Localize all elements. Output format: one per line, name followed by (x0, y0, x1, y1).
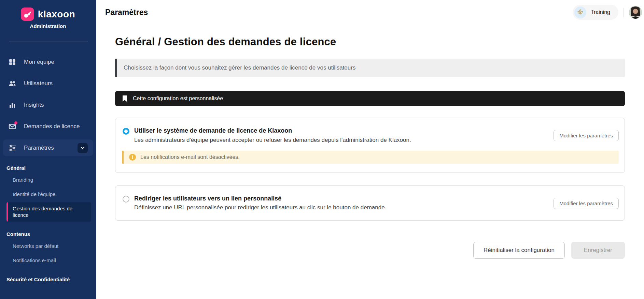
sidebar-item-label: Insights (24, 102, 44, 108)
sidebar-item-label: Mon équipe (24, 59, 54, 65)
section-header-general: Général (6, 165, 90, 171)
main-column: Paramètres Training (96, 0, 644, 299)
radio-klaxoon-system[interactable] (123, 128, 129, 135)
option-card-custom-link: Rediriger les utilisateurs vers un lien … (115, 185, 625, 221)
grid-icon (8, 58, 16, 66)
exclamation-circle-icon: ! (129, 154, 136, 161)
topbar-divider (624, 8, 624, 17)
brand: klaxoon (0, 8, 96, 21)
option-title: Rediriger les utilisateurs vers un lien … (134, 195, 386, 203)
sidebar-item-gestion-demandes-licence[interactable]: Gestion des demandes de licence (6, 202, 91, 222)
radio-custom-link[interactable] (123, 196, 129, 203)
modify-settings-button[interactable]: Modifier les paramètres (554, 198, 619, 209)
collapse-settings-button[interactable] (78, 143, 88, 153)
training-label: Training (591, 9, 610, 15)
sidebar: klaxoon Administration Mon équipe Utilis… (0, 0, 96, 299)
option-title: Utiliser le système de demande de licenc… (134, 127, 411, 135)
sidebar-item-utilisateurs[interactable]: Utilisateurs (3, 75, 93, 92)
save-button[interactable]: Enregistrer (571, 242, 625, 259)
content: Général / Gestion des demandes de licenc… (96, 25, 644, 259)
bar-chart-icon (8, 101, 16, 109)
option-text: Rediriger les utilisateurs vers un lien … (134, 195, 393, 212)
brand-name: klaxoon (38, 9, 75, 20)
info-note: Choisissez la façon dont vous souhaitez … (115, 59, 625, 77)
option-header: Utiliser le système de demande de licenc… (122, 127, 619, 144)
option-header: Rediriger les utilisateurs vers un lien … (122, 195, 619, 212)
page-title: Paramètres (105, 8, 148, 17)
lotus-flower-icon (574, 6, 586, 18)
info-note-text: Choisissez la façon dont vous souhaitez … (124, 64, 355, 71)
sidebar-nav: Mon équipe Utilisateurs Insights (0, 49, 96, 156)
sidebar-divider (9, 42, 88, 42)
sidebar-item-label: Utilisateurs (24, 80, 53, 87)
section-header-contenus: Contenus (6, 231, 90, 237)
option-text: Utiliser le système de demande de licenc… (134, 127, 418, 144)
sidebar-item-label: Paramètres (24, 145, 54, 151)
footer-actions: Réinitialiser la configuration Enregistr… (115, 242, 625, 259)
banner-text: Cette configuration est personnalisée (133, 95, 223, 102)
custom-config-banner: Cette configuration est personnalisée (115, 91, 625, 106)
chevron-down-icon (80, 146, 85, 150)
sidebar-item-identite-equipe[interactable]: Identité de l'équipe (0, 187, 96, 201)
topbar: Paramètres Training (96, 0, 644, 25)
mail-icon (8, 122, 16, 131)
sliders-icon (8, 144, 16, 152)
klaxoon-logo-icon (21, 8, 34, 21)
section-header-securite: Sécurité et Confidentialité (6, 276, 90, 282)
sidebar-item-notifications-email[interactable]: Notifications e-mail (0, 253, 96, 268)
sidebar-item-networks-par-defaut[interactable]: Networks par défaut (0, 239, 96, 253)
users-icon (8, 79, 16, 88)
warning-text: Les notifications e-mail sont désactivée… (140, 154, 240, 160)
option-description: Les administrateurs d'équipe peuvent acc… (134, 136, 411, 144)
modify-settings-button[interactable]: Modifier les paramètres (554, 130, 619, 141)
sidebar-item-branding[interactable]: Branding (0, 173, 96, 187)
user-avatar[interactable] (629, 6, 642, 19)
training-button[interactable]: Training (573, 5, 618, 20)
reset-configuration-button[interactable]: Réinitialiser la configuration (473, 242, 565, 259)
sidebar-item-insights[interactable]: Insights (3, 96, 93, 113)
notification-dot (14, 121, 17, 124)
email-notifications-warning: ! Les notifications e-mail sont désactiv… (122, 151, 619, 164)
topbar-right: Training (573, 5, 642, 20)
page-heading: Général / Gestion des demandes de licenc… (115, 36, 625, 48)
sidebar-item-label: Demandes de licence (24, 123, 80, 130)
sidebar-item-mon-equipe[interactable]: Mon équipe (3, 54, 93, 70)
option-card-klaxoon-system: Utiliser le système de demande de licenc… (115, 118, 625, 173)
sidebar-item-demandes-de-licence[interactable]: Demandes de licence (3, 118, 93, 135)
brand-subtitle: Administration (0, 23, 96, 29)
option-description: Définissez une URL personnalisée pour re… (134, 204, 386, 211)
bookmark-icon (122, 95, 127, 102)
sidebar-item-parametres[interactable]: Paramètres (3, 139, 93, 156)
